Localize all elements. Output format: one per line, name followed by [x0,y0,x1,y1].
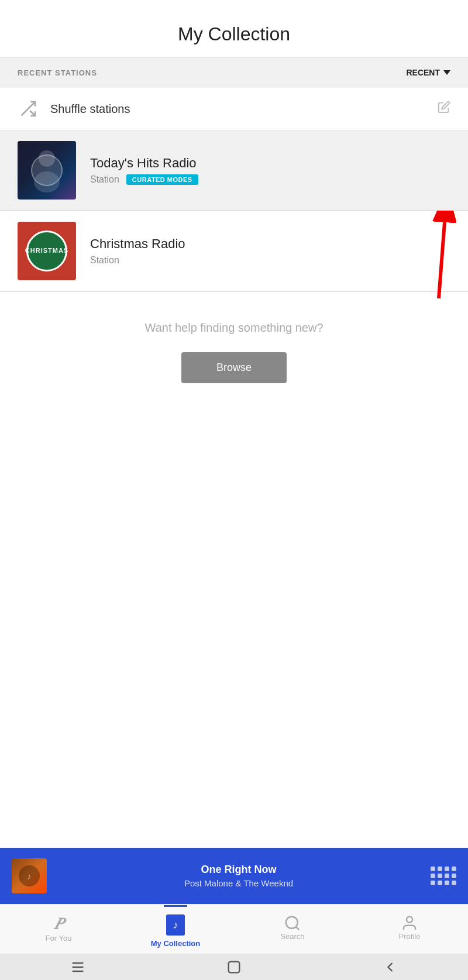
recent-stations-label: RECENT STATIONS [18,68,97,77]
system-navigation [0,954,468,980]
nav-item-profile[interactable]: Profile [351,905,468,954]
nav-label-search: Search [280,932,304,941]
nav-item-search[interactable]: Search [234,905,351,954]
profile-icon [401,914,418,932]
station-type: Station [90,255,450,266]
edit-button[interactable] [438,101,450,117]
browse-section: Want help finding something new? Browse [0,292,468,401]
chevron-down-icon [443,70,450,75]
system-home-button[interactable] [226,959,242,975]
shuffle-icon [18,98,39,119]
shuffle-row[interactable]: Shuffle stations [0,88,468,130]
pandora-icon: 𝑃 [54,914,64,934]
nav-item-for-you[interactable]: 𝑃 For You [0,905,117,954]
curated-badge: CURATED MODES [126,174,198,185]
station-type: Station CURATED MODES [90,174,450,185]
header: My Collection [0,0,468,57]
now-playing-thumbnail: ♪ [12,858,47,893]
now-playing-title: One Right Now [56,864,421,876]
station-thumbnail [18,141,76,200]
station-info: Christmas Radio Station [90,236,450,266]
system-menu-button[interactable] [70,959,86,975]
svg-point-10 [407,917,412,923]
svg-point-5 [34,171,60,192]
bottom-navigation: 𝑃 For You ♪ My Collection Search Profile [0,905,468,954]
shuffle-label: Shuffle stations [50,102,450,116]
browse-button[interactable]: Browse [181,352,287,383]
svg-line-9 [296,927,299,930]
svg-rect-14 [229,961,240,972]
nav-item-my-collection[interactable]: ♪ My Collection [117,905,234,954]
svg-point-4 [39,150,55,167]
station-item[interactable]: Today's Hits Radio Station CURATED MODES [0,130,468,211]
svg-point-8 [286,917,298,929]
recent-stations-bar: RECENT STATIONS RECENT [0,57,468,88]
page-title: My Collection [178,23,290,44]
now-playing-info: One Right Now Post Malone & The Weeknd [56,864,421,888]
collection-icon: ♪ [165,914,186,936]
station-thumbnail: CHRISTMAS [18,222,76,280]
nav-label-for-you: For You [46,934,72,943]
now-playing-artist: Post Malone & The Weeknd [56,878,421,888]
svg-text:♪: ♪ [27,872,32,881]
browse-hint: Want help finding something new? [12,321,456,335]
now-playing-bar[interactable]: ♪ One Right Now Post Malone & The Weeknd [0,848,468,904]
station-info: Today's Hits Radio Station CURATED MODES [90,156,450,185]
sort-button[interactable]: RECENT [406,68,450,77]
nav-label-my-collection: My Collection [151,939,201,948]
queue-icon[interactable] [431,866,456,885]
sort-label: RECENT [406,68,440,77]
station-name: Today's Hits Radio [90,156,450,171]
station-item[interactable]: CHRISTMAS Christmas Radio Station [0,211,468,291]
station-name: Christmas Radio [90,236,450,252]
nav-label-profile: Profile [399,932,421,941]
search-icon [284,914,301,932]
system-back-button[interactable] [382,959,398,975]
